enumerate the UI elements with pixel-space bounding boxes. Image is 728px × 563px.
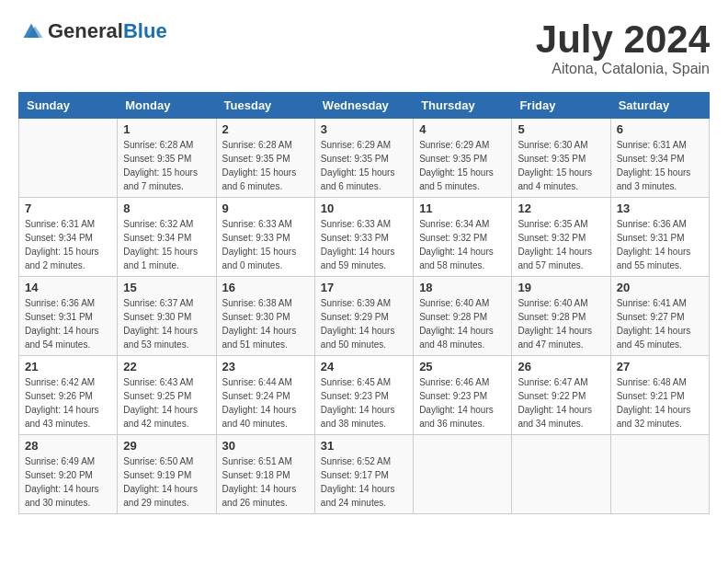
day-info: Sunrise: 6:48 AMSunset: 9:21 PMDaylight:…: [617, 375, 703, 431]
calendar-cell: 7Sunrise: 6:31 AMSunset: 9:34 PMDaylight…: [19, 198, 118, 277]
day-info: Sunrise: 6:28 AMSunset: 9:35 PMDaylight:…: [222, 138, 309, 193]
day-number: 25: [419, 360, 506, 373]
day-number: 3: [321, 122, 407, 136]
location-title: Aitona, Catalonia, Spain: [536, 61, 710, 77]
day-number: 2: [222, 122, 309, 136]
week-row-3: 14Sunrise: 6:36 AMSunset: 9:31 PMDayligh…: [19, 277, 710, 356]
day-number: 16: [222, 281, 309, 294]
day-number: 30: [222, 439, 309, 453]
week-row-5: 28Sunrise: 6:49 AMSunset: 9:20 PMDayligh…: [19, 435, 710, 514]
calendar-cell: 31Sunrise: 6:52 AMSunset: 9:17 PMDayligh…: [314, 435, 413, 514]
calendar-cell: 28Sunrise: 6:49 AMSunset: 9:20 PMDayligh…: [19, 435, 118, 514]
calendar-cell: 9Sunrise: 6:33 AMSunset: 9:33 PMDaylight…: [216, 198, 314, 277]
day-number: 12: [518, 201, 604, 215]
column-header-wednesday: Wednesday: [314, 93, 413, 119]
logo: GeneralBlue: [18, 18, 167, 44]
calendar-cell: 13Sunrise: 6:36 AMSunset: 9:31 PMDayligh…: [610, 198, 709, 277]
logo-icon: [18, 18, 44, 44]
day-info: Sunrise: 6:51 AMSunset: 9:18 PMDaylight:…: [222, 454, 309, 510]
calendar-cell: 23Sunrise: 6:44 AMSunset: 9:24 PMDayligh…: [216, 356, 314, 435]
page-header: GeneralBlue July 2024 Aitona, Catalonia,…: [18, 18, 710, 77]
day-info: Sunrise: 6:33 AMSunset: 9:33 PMDaylight:…: [222, 217, 309, 272]
week-row-1: 1Sunrise: 6:28 AMSunset: 9:35 PMDaylight…: [19, 119, 710, 198]
calendar-cell: 20Sunrise: 6:41 AMSunset: 9:27 PMDayligh…: [610, 277, 709, 356]
calendar-cell: 5Sunrise: 6:30 AMSunset: 9:35 PMDaylight…: [512, 119, 610, 198]
calendar-cell: 10Sunrise: 6:33 AMSunset: 9:33 PMDayligh…: [314, 198, 413, 277]
day-info: Sunrise: 6:35 AMSunset: 9:32 PMDaylight:…: [518, 217, 604, 272]
day-number: 8: [123, 201, 210, 215]
day-info: Sunrise: 6:29 AMSunset: 9:35 PMDaylight:…: [321, 138, 407, 193]
day-number: 1: [123, 122, 210, 136]
week-row-2: 7Sunrise: 6:31 AMSunset: 9:34 PMDaylight…: [19, 198, 710, 277]
column-header-sunday: Sunday: [19, 93, 118, 119]
calendar-cell: 21Sunrise: 6:42 AMSunset: 9:26 PMDayligh…: [19, 356, 118, 435]
day-info: Sunrise: 6:43 AMSunset: 9:25 PMDaylight:…: [123, 375, 210, 431]
day-info: Sunrise: 6:41 AMSunset: 9:27 PMDaylight:…: [617, 296, 703, 351]
calendar-cell: 8Sunrise: 6:32 AMSunset: 9:34 PMDaylight…: [118, 198, 216, 277]
day-info: Sunrise: 6:52 AMSunset: 9:17 PMDaylight:…: [321, 454, 407, 510]
logo-text: GeneralBlue: [48, 19, 167, 43]
column-header-friday: Friday: [512, 93, 610, 119]
day-info: Sunrise: 6:34 AMSunset: 9:32 PMDaylight:…: [419, 217, 506, 272]
logo-blue: Blue: [123, 19, 167, 42]
day-number: 17: [321, 281, 407, 294]
calendar-cell: 3Sunrise: 6:29 AMSunset: 9:35 PMDaylight…: [314, 119, 413, 198]
calendar-cell: 4Sunrise: 6:29 AMSunset: 9:35 PMDaylight…: [414, 119, 512, 198]
calendar-cell: 2Sunrise: 6:28 AMSunset: 9:35 PMDaylight…: [216, 119, 314, 198]
day-number: 14: [25, 281, 111, 294]
column-header-tuesday: Tuesday: [216, 93, 314, 119]
calendar-table: SundayMondayTuesdayWednesdayThursdayFrid…: [18, 92, 710, 514]
column-header-saturday: Saturday: [610, 93, 709, 119]
logo-general: General: [48, 19, 123, 42]
calendar-cell: 11Sunrise: 6:34 AMSunset: 9:32 PMDayligh…: [414, 198, 512, 277]
day-info: Sunrise: 6:33 AMSunset: 9:33 PMDaylight:…: [321, 217, 407, 272]
day-number: 21: [25, 360, 111, 373]
day-number: 6: [617, 122, 703, 136]
calendar-cell: 17Sunrise: 6:39 AMSunset: 9:29 PMDayligh…: [314, 277, 413, 356]
calendar-cell: 15Sunrise: 6:37 AMSunset: 9:30 PMDayligh…: [118, 277, 216, 356]
day-number: 29: [123, 439, 210, 453]
day-number: 5: [518, 122, 604, 136]
calendar-cell: 6Sunrise: 6:31 AMSunset: 9:34 PMDaylight…: [610, 119, 709, 198]
day-info: Sunrise: 6:47 AMSunset: 9:22 PMDaylight:…: [518, 375, 604, 431]
calendar-header-row: SundayMondayTuesdayWednesdayThursdayFrid…: [19, 93, 710, 119]
day-info: Sunrise: 6:37 AMSunset: 9:30 PMDaylight:…: [123, 296, 210, 351]
day-info: Sunrise: 6:31 AMSunset: 9:34 PMDaylight:…: [617, 138, 703, 193]
calendar-cell: [19, 119, 118, 198]
day-info: Sunrise: 6:39 AMSunset: 9:29 PMDaylight:…: [321, 296, 407, 351]
title-block: July 2024 Aitona, Catalonia, Spain: [536, 18, 710, 77]
day-number: 26: [518, 360, 604, 373]
calendar-cell: 22Sunrise: 6:43 AMSunset: 9:25 PMDayligh…: [118, 356, 216, 435]
calendar-cell: 19Sunrise: 6:40 AMSunset: 9:28 PMDayligh…: [512, 277, 610, 356]
day-number: 19: [518, 281, 604, 294]
calendar-cell: 25Sunrise: 6:46 AMSunset: 9:23 PMDayligh…: [414, 356, 512, 435]
day-info: Sunrise: 6:29 AMSunset: 9:35 PMDaylight:…: [419, 138, 506, 193]
calendar-cell: 12Sunrise: 6:35 AMSunset: 9:32 PMDayligh…: [512, 198, 610, 277]
day-number: 28: [25, 439, 111, 453]
calendar-cell: 29Sunrise: 6:50 AMSunset: 9:19 PMDayligh…: [118, 435, 216, 514]
day-number: 24: [321, 360, 407, 373]
calendar-cell: 18Sunrise: 6:40 AMSunset: 9:28 PMDayligh…: [414, 277, 512, 356]
day-number: 13: [617, 201, 703, 215]
calendar-cell: 16Sunrise: 6:38 AMSunset: 9:30 PMDayligh…: [216, 277, 314, 356]
day-info: Sunrise: 6:30 AMSunset: 9:35 PMDaylight:…: [518, 138, 604, 193]
day-info: Sunrise: 6:45 AMSunset: 9:23 PMDaylight:…: [321, 375, 407, 431]
day-info: Sunrise: 6:49 AMSunset: 9:20 PMDaylight:…: [25, 454, 111, 510]
day-number: 4: [419, 122, 506, 136]
day-info: Sunrise: 6:31 AMSunset: 9:34 PMDaylight:…: [25, 217, 111, 272]
day-info: Sunrise: 6:40 AMSunset: 9:28 PMDaylight:…: [419, 296, 506, 351]
calendar-cell: 24Sunrise: 6:45 AMSunset: 9:23 PMDayligh…: [314, 356, 413, 435]
day-number: 18: [419, 281, 506, 294]
day-info: Sunrise: 6:36 AMSunset: 9:31 PMDaylight:…: [25, 296, 111, 351]
day-number: 27: [617, 360, 703, 373]
day-info: Sunrise: 6:46 AMSunset: 9:23 PMDaylight:…: [419, 375, 506, 431]
column-header-monday: Monday: [118, 93, 216, 119]
day-info: Sunrise: 6:28 AMSunset: 9:35 PMDaylight:…: [123, 138, 210, 193]
column-header-thursday: Thursday: [414, 93, 512, 119]
day-number: 7: [25, 201, 111, 215]
day-number: 10: [321, 201, 407, 215]
day-info: Sunrise: 6:50 AMSunset: 9:19 PMDaylight:…: [123, 454, 210, 510]
day-number: 11: [419, 201, 506, 215]
day-info: Sunrise: 6:36 AMSunset: 9:31 PMDaylight:…: [617, 217, 703, 272]
calendar-cell: [414, 435, 512, 514]
